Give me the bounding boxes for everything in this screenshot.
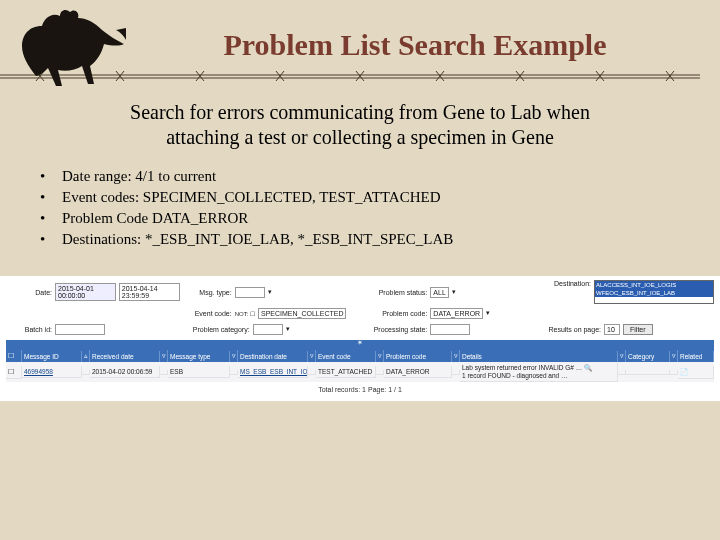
bullet-item: Date range: 4/1 to current	[62, 168, 216, 185]
cell-related[interactable]: 📄	[678, 366, 714, 379]
results-input[interactable]: 10	[604, 324, 620, 335]
dropdown-icon[interactable]: ▾	[486, 309, 490, 317]
msgtype-select[interactable]	[235, 287, 265, 298]
date-label: Date:	[6, 289, 52, 296]
sort-icon[interactable]: ▿	[376, 350, 384, 362]
table-header: ☐ Message ID▵ Received date▿ Message typ…	[6, 350, 714, 362]
subtitle-line: Search for errors communicating from Gen…	[130, 101, 590, 123]
eventcode-label: Event code:	[186, 310, 232, 317]
collapse-bar[interactable]: ✶	[6, 340, 714, 350]
batchid-input[interactable]	[55, 324, 105, 335]
col-destdate[interactable]: Destination date	[238, 351, 308, 362]
cell-category	[626, 370, 670, 375]
problemcode-select[interactable]: DATA_ERROR	[430, 308, 483, 319]
date-to-input[interactable]: 2015-04-14 23:59:59	[119, 283, 180, 301]
sort-icon[interactable]: ▿	[308, 350, 316, 362]
problemcategory-label: Problem category:	[186, 326, 250, 333]
destination-multiselect[interactable]: ALACCESS_INT_IOE_LOGIS WFEOC_ESB_INT_IOE…	[594, 280, 714, 304]
destination-option[interactable]: ALACCESS_INT_IOE_LOGIS	[595, 281, 713, 289]
dropdown-icon[interactable]: ▾	[286, 325, 290, 333]
sort-icon[interactable]: ▵	[82, 350, 90, 362]
problemcode-label: Problem code:	[365, 310, 427, 317]
batchid-label: Batch id:	[6, 326, 52, 333]
col-received[interactable]: Received date	[90, 351, 160, 362]
dropdown-icon[interactable]: ▾	[268, 288, 272, 296]
cell-details: Lab system returned error INVALID G# … 🔍…	[460, 362, 618, 382]
dropdown-icon[interactable]: ▾	[452, 288, 456, 296]
col-msgid[interactable]: Message ID	[22, 351, 82, 362]
destination-label: Destination:	[545, 280, 591, 287]
col-eventcode[interactable]: Event code	[316, 351, 376, 362]
bullet-item: Destinations: *_ESB_INT_IOE_LAB, *_ESB_I…	[62, 231, 453, 248]
cell-eventcode: TEST_ATTACHED	[316, 366, 376, 378]
problem-list-app: Date: 2015-04-01 00:00:00 2015-04-14 23:…	[0, 276, 720, 401]
cell-received: 2015-04-02 00:06:59	[90, 366, 160, 378]
col-problemcode[interactable]: Problem code	[384, 351, 452, 362]
row-checkbox[interactable]: ☐	[6, 366, 22, 379]
bullet-item: Problem Code DATA_ERROR	[62, 210, 248, 227]
checkbox-header[interactable]: ☐	[6, 350, 22, 362]
col-category[interactable]: Category	[626, 351, 670, 362]
results-label: Results on page:	[545, 326, 601, 333]
sort-icon[interactable]: ▿	[452, 350, 460, 362]
processingstate-label: Processing state:	[365, 326, 427, 333]
not-toggle[interactable]: NOT: ☐	[235, 310, 255, 317]
pager: Total records: 1 Page: 1 / 1	[6, 386, 714, 393]
bullet-list: •Date range: 4/1 to current •Event codes…	[40, 168, 680, 248]
eventcode-select[interactable]: SPECIMEN_COLLECTED	[258, 308, 346, 319]
col-details[interactable]: Details	[460, 351, 618, 362]
cell-msgid[interactable]: 46994958	[22, 366, 82, 378]
sort-icon[interactable]: ▿	[230, 350, 238, 362]
problemstatus-select[interactable]: ALL	[430, 287, 448, 298]
col-related[interactable]: Related	[678, 351, 714, 362]
sort-icon[interactable]: ▿	[618, 350, 626, 362]
horse-silhouette-image	[8, 6, 128, 88]
bullet-item: Event codes: SPECIMEN_COLLECTED, TEST_AT…	[62, 189, 441, 206]
slide-subtitle: Search for errors communicating from Gen…	[40, 100, 680, 150]
processingstate-select[interactable]	[430, 324, 470, 335]
col-msgtype[interactable]: Message type	[168, 351, 230, 362]
filter-button[interactable]: Filter	[623, 324, 653, 335]
problemcategory-select[interactable]	[253, 324, 283, 335]
table-row: ☐ 46994958 2015-04-02 00:06:59 ESB MS_ES…	[6, 362, 714, 382]
sort-icon[interactable]: ▿	[160, 350, 168, 362]
cell-msgtype: ESB	[168, 366, 230, 378]
destination-option[interactable]: WFEOC_ESB_INT_IOE_LAB	[595, 289, 713, 297]
cell-destdate[interactable]: MS_ESB_ESB_INT_IOE_LAB	[238, 366, 308, 378]
date-from-input[interactable]: 2015-04-01 00:00:00	[55, 283, 116, 301]
sort-icon[interactable]: ▿	[670, 350, 678, 362]
subtitle-line: attaching a test or collecting a specime…	[166, 126, 554, 148]
problemstatus-label: Problem status:	[365, 289, 427, 296]
expand-icon[interactable]: 🔍	[584, 364, 592, 371]
cell-problemcode: DATA_ERROR	[384, 366, 452, 378]
msgtype-label: Msg. type:	[186, 289, 232, 296]
